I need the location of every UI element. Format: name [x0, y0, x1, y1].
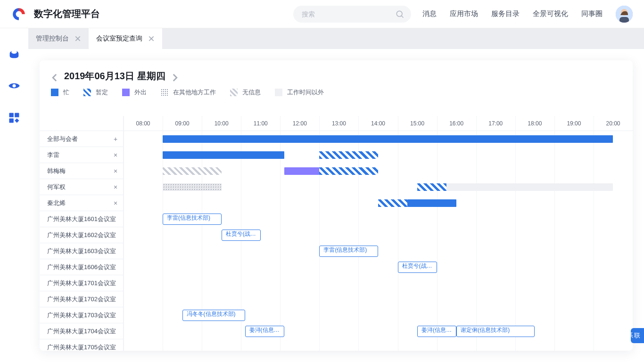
- row-name: 秦北烯: [40, 199, 108, 207]
- svg-rect-8: [15, 113, 19, 117]
- gantt-row: [124, 163, 633, 179]
- gantt-row-header: 广州美林大厦1602会议室: [40, 227, 123, 243]
- gantt-row-header: 广州美林大厦1606会议室: [40, 259, 123, 275]
- row-name: 广州美林大厦1704会议室: [40, 327, 123, 336]
- nav-link[interactable]: 同事圈: [581, 9, 603, 18]
- gantt-row-header: 李雷×: [40, 147, 123, 163]
- search-box: [293, 6, 411, 23]
- gantt-row: 姜浔(信息…姜浔(信息…谢定俐(信息技术部): [124, 323, 633, 339]
- row-name: 广州美林大厦1602会议室: [40, 231, 123, 239]
- legend-swatch: [275, 89, 282, 96]
- gantt-row-header: 广州美林大厦1704会议室: [40, 323, 123, 339]
- legend-item: 暂定: [83, 88, 108, 97]
- row-name: 广州美林大厦1705会议室: [40, 343, 123, 351]
- booking-block[interactable]: 杜贲兮(战…: [222, 230, 261, 241]
- legend-swatch: [161, 89, 168, 96]
- svg-rect-9: [9, 118, 14, 123]
- gantt-row-header: 秦北烯×: [40, 195, 123, 211]
- row-name: 广州美林大厦1601会议室: [40, 215, 123, 223]
- availability-block: [284, 167, 320, 175]
- remove-attendee-icon[interactable]: ×: [108, 151, 123, 159]
- booking-block[interactable]: 姜浔(信息…: [417, 326, 456, 337]
- remove-attendee-icon[interactable]: ×: [108, 199, 123, 207]
- legend-label: 工作时间以外: [287, 88, 324, 97]
- svg-point-5: [11, 50, 17, 54]
- close-icon[interactable]: [148, 35, 155, 42]
- legend-label: 外出: [134, 88, 147, 97]
- legend-item: 工作时间以外: [275, 88, 324, 97]
- legend-swatch: [122, 89, 130, 96]
- booking-block[interactable]: 冯冬冬(信息技术部): [182, 310, 245, 321]
- availability-block: [319, 151, 378, 159]
- row-name: 何军权: [40, 183, 108, 191]
- gantt-row: 杜贲兮(战…: [124, 227, 633, 243]
- gantt-row: [124, 179, 633, 195]
- gantt-row-header: 广州美林大厦1705会议室: [40, 339, 123, 351]
- gantt-row: 冯冬冬(信息技术部): [124, 307, 633, 323]
- gantt-row-header: 广州美林大厦1603会议室: [40, 243, 123, 259]
- prev-day-icon[interactable]: [51, 73, 58, 80]
- booking-block[interactable]: 杜贲兮(战…: [398, 262, 437, 273]
- search-icon[interactable]: [395, 9, 405, 19]
- gantt-row-header: 全部与会者+: [40, 131, 123, 147]
- availability-block: [407, 199, 456, 207]
- gantt-row: 李雷(信息技术部): [124, 211, 633, 227]
- svg-line-1: [401, 16, 403, 17]
- legend-item: 忙: [51, 88, 69, 97]
- row-name: 广州美林大厦1701会议室: [40, 279, 123, 288]
- legend-label: 在其他地方工作: [173, 88, 216, 97]
- legend-item: 在其他地方工作: [161, 88, 216, 97]
- gantt-row-header: 广州美林大厦1701会议室: [40, 275, 123, 291]
- gantt-row-header: 广州美林大厦1702会议室: [40, 291, 123, 307]
- gantt-row: [124, 131, 633, 147]
- legend-item: 无信息: [230, 88, 261, 97]
- legend-swatch: [83, 89, 91, 96]
- availability-block: [378, 199, 407, 207]
- availability-block: [163, 183, 222, 191]
- sidebar-eye-icon[interactable]: [8, 79, 21, 92]
- gantt-row: 李雷(信息技术部): [124, 243, 633, 259]
- tab[interactable]: 管理控制台: [28, 28, 89, 49]
- next-day-icon[interactable]: [172, 73, 179, 80]
- legend-swatch: [51, 89, 58, 96]
- remove-attendee-icon[interactable]: ×: [108, 183, 123, 191]
- row-name: 广州美林大厦1606会议室: [40, 263, 123, 272]
- booking-block[interactable]: 李雷(信息技术部): [319, 246, 378, 257]
- gantt-row: [124, 339, 633, 351]
- nav-link[interactable]: 全景可视化: [533, 9, 568, 18]
- user-avatar[interactable]: [616, 6, 633, 23]
- tab[interactable]: 会议室预定查询: [89, 28, 162, 49]
- nav-link[interactable]: 消息: [422, 9, 437, 18]
- gantt-row-header: 广州美林大厦1601会议室: [40, 211, 123, 227]
- availability-block: [319, 167, 378, 175]
- legend-swatch: [230, 89, 238, 96]
- nav-link[interactable]: 服务目录: [491, 9, 520, 18]
- svg-point-0: [396, 11, 402, 16]
- tab-label: 管理控制台: [36, 34, 69, 43]
- row-name: 广州美林大厦1702会议室: [40, 295, 123, 304]
- add-attendee-icon[interactable]: +: [108, 135, 123, 143]
- legend-label: 无信息: [242, 88, 261, 97]
- booking-block[interactable]: 姜浔(信息…: [245, 326, 284, 337]
- legend-label: 暂定: [96, 88, 108, 97]
- availability-block: [446, 183, 613, 191]
- row-name: 全部与会者: [40, 135, 108, 143]
- remove-attendee-icon[interactable]: ×: [108, 167, 123, 175]
- availability-block: [163, 135, 613, 143]
- contact-us-tab[interactable]: 联系我们: [631, 328, 644, 343]
- svg-rect-7: [9, 113, 14, 117]
- app-logo: [11, 7, 26, 22]
- gantt-row: [124, 275, 633, 291]
- close-icon[interactable]: [74, 35, 81, 42]
- date-label: 2019年06月13日 星期四: [64, 70, 165, 82]
- gantt-row-header: 何军权×: [40, 179, 123, 195]
- booking-block[interactable]: 李雷(信息技术部): [163, 214, 222, 225]
- sidebar-grid-icon[interactable]: [8, 111, 21, 124]
- search-input[interactable]: [293, 6, 411, 23]
- nav-link[interactable]: 应用市场: [450, 9, 478, 18]
- gantt-row: [124, 291, 633, 307]
- booking-block[interactable]: 谢定俐(信息技术部): [456, 326, 535, 337]
- gantt-row-header: 广州美林大厦1703会议室: [40, 307, 123, 323]
- gantt-row: [124, 147, 633, 163]
- sidebar-hand-icon[interactable]: [8, 47, 21, 60]
